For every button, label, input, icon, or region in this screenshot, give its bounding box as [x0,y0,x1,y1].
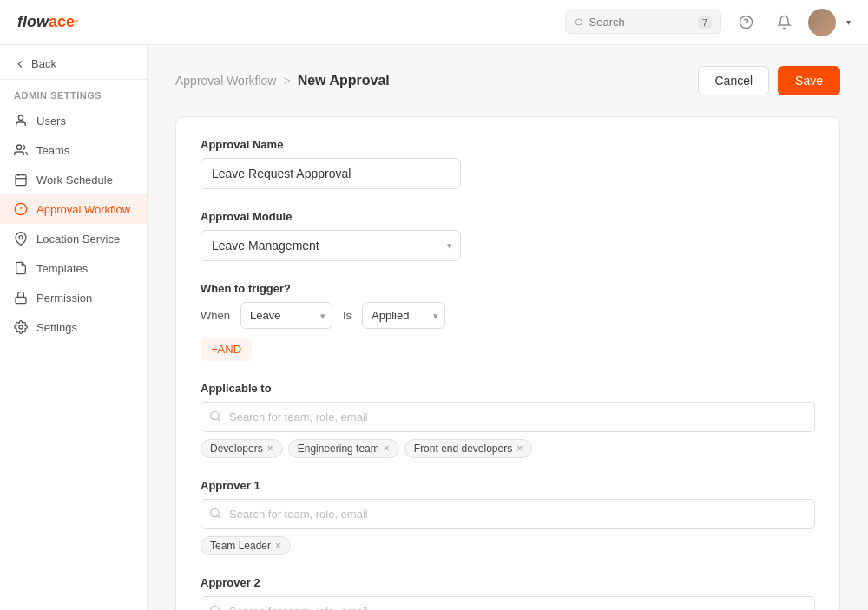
trigger-row: When Leave Attendance ▾ Is Applied [201,302,815,329]
approval-name-input[interactable] [201,158,461,189]
svg-line-17 [218,418,220,421]
topbar-right: 7 ▾ [565,9,851,36]
approver1-search-icon [209,507,221,521]
approver2-input[interactable] [201,596,815,610]
svg-point-5 [16,145,21,149]
location-icon [14,232,28,246]
back-label: Back [31,57,56,70]
tag-front-end-developers-close[interactable]: × [516,443,523,454]
trigger-when-wrapper: Leave Attendance ▾ [240,302,332,329]
trigger-is-select[interactable]: Applied Approved Rejected [362,302,445,329]
form-card: Approval Name Approval Module Leave Mana… [175,116,840,610]
approver2-search-wrapper [201,596,815,610]
approver2-label: Approver 2 [201,576,815,589]
tag-team-leader: Team Leader × [201,536,291,555]
sidebar-item-settings-label: Settings [36,321,77,334]
sidebar-item-approval-workflow[interactable]: Approval Workflow [0,194,147,224]
trigger-when-label: When [201,309,230,322]
when-to-trigger-section: When to trigger? When Leave Attendance ▾… [201,282,815,361]
svg-point-0 [575,19,582,25]
calendar-icon [14,173,28,187]
search-badge: 7 [698,16,712,29]
alert-circle-icon [14,202,28,216]
applicable-to-tags: Developers × Engineering team × Front en… [201,439,815,458]
back-button[interactable]: Back [0,45,147,80]
tag-developers: Developers × [201,439,283,458]
svg-line-19 [218,515,220,518]
breadcrumb-current: New Approval [298,73,390,89]
trigger-is-wrapper: Applied Approved Rejected ▾ [362,302,445,329]
applicable-to-label: Applicable to [201,382,815,395]
svg-rect-14 [16,297,26,303]
content-header: Approval Workflow > New Approval Cancel … [175,66,840,95]
sidebar-item-location-service-label: Location Service [36,233,120,246]
svg-point-15 [19,325,23,329]
tag-team-leader-label: Team Leader [210,540,271,552]
sidebar-item-teams[interactable]: Teams [0,135,147,165]
back-icon [14,58,26,70]
when-to-trigger-label: When to trigger? [201,282,815,295]
logo: flowacer [17,13,78,31]
svg-point-20 [211,606,219,610]
sidebar: Back ADMIN SETTINGS Users Teams Work Sch… [0,45,148,610]
svg-point-4 [18,115,23,120]
sidebar-item-templates-label: Templates [36,262,88,275]
approver1-search-wrapper [201,499,815,529]
logo-accent: ace [49,13,75,31]
svg-rect-6 [16,175,26,186]
approver1-section: Approver 1 Team Leader × [201,479,815,555]
trigger-when-select[interactable]: Leave Attendance [240,302,332,329]
breadcrumb: Approval Workflow > New Approval [175,73,390,89]
cancel-button[interactable]: Cancel [698,66,769,95]
tag-engineering-team-label: Engineering team [298,443,379,455]
sidebar-item-settings[interactable]: Settings [0,312,147,342]
sidebar-item-users-label: Users [36,115,66,128]
sidebar-item-location-service[interactable]: Location Service [0,224,147,253]
sidebar-item-permission[interactable]: Permission [0,283,147,312]
save-button[interactable]: Save [778,66,840,95]
applicable-to-input[interactable] [201,402,815,432]
avatar[interactable] [808,9,836,36]
and-button[interactable]: +AND [201,338,252,361]
tag-front-end-developers: Front end developers × [404,439,532,458]
tag-developers-close[interactable]: × [267,443,273,454]
tag-engineering-team: Engineering team × [288,439,399,458]
approval-module-select-wrapper: Leave Management Attendance Payroll ▾ [201,230,461,261]
search-icon [575,16,584,29]
approval-name-section: Approval Name [201,138,815,189]
lock-icon [14,291,28,305]
logo-text: flow [17,13,49,31]
tag-engineering-team-close[interactable]: × [384,443,390,454]
svg-line-1 [581,24,582,26]
team-icon [14,143,28,157]
logo-superscript: r [75,17,78,27]
sidebar-item-users[interactable]: Users [0,106,147,135]
breadcrumb-parent[interactable]: Approval Workflow [175,74,276,88]
search-input[interactable] [589,16,693,29]
approver2-search-icon [209,604,221,610]
sidebar-item-work-schedule[interactable]: Work Schedule [0,165,147,194]
tag-team-leader-close[interactable]: × [275,541,281,551]
help-button[interactable] [732,9,760,36]
svg-point-13 [19,236,23,239]
applicable-to-search-wrapper [201,402,815,432]
approval-module-select[interactable]: Leave Management Attendance Payroll [201,230,461,261]
sidebar-item-work-schedule-label: Work Schedule [36,174,113,187]
admin-settings-label: ADMIN SETTINGS [0,80,147,106]
chevron-down-icon[interactable]: ▾ [846,17,851,27]
search-bar[interactable]: 7 [565,10,721,34]
sidebar-item-approval-workflow-label: Approval Workflow [36,203,130,216]
sidebar-item-permission-label: Permission [36,292,92,305]
tag-front-end-developers-label: Front end developers [414,443,512,455]
breadcrumb-separator: > [283,74,290,88]
approval-module-label: Approval Module [201,210,815,223]
notification-button[interactable] [770,9,798,36]
applicable-to-search-icon [209,410,221,424]
settings-icon [14,320,28,334]
approver1-input[interactable] [201,499,815,529]
applicable-to-section: Applicable to Developers × Engin [201,382,815,458]
svg-point-16 [211,411,219,419]
main-content: Approval Workflow > New Approval Cancel … [148,45,868,610]
tag-developers-label: Developers [210,443,263,455]
sidebar-item-templates[interactable]: Templates [0,253,147,283]
